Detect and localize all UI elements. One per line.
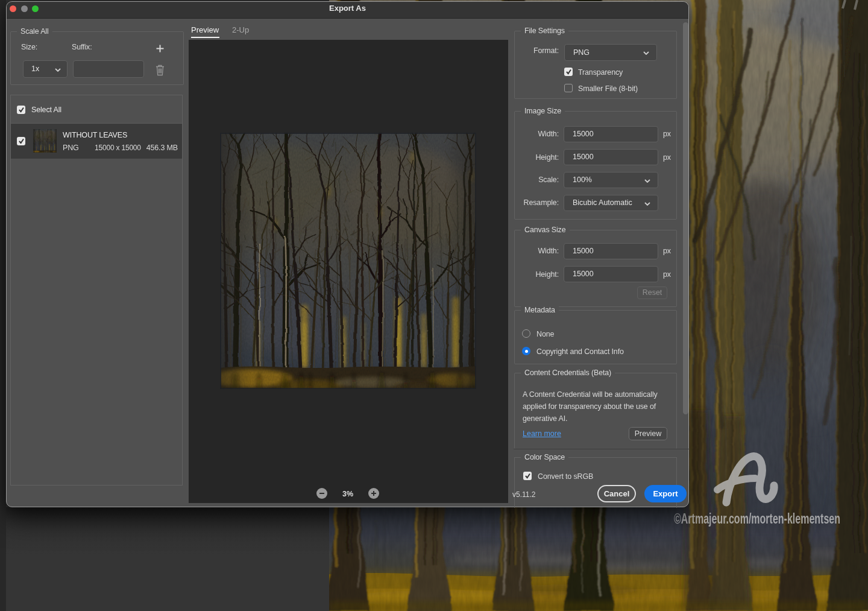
svg-text:©Artmajeur.com/morten-klements: ©Artmajeur.com/morten-klementsen: [674, 510, 840, 527]
